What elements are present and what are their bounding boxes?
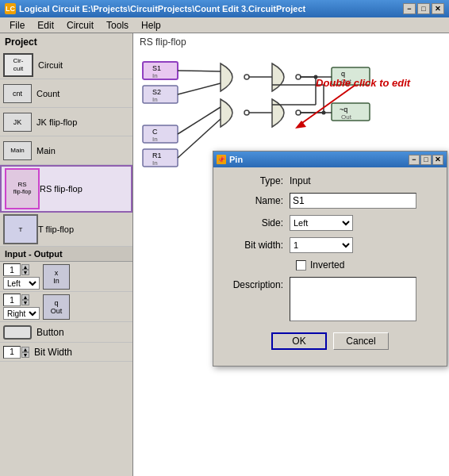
title-text: Logical Circuit E:\Projects\CircuitProje… bbox=[19, 4, 305, 13]
dialog-footer: OK Cancel bbox=[226, 328, 434, 358]
x-in-symbol: xIn bbox=[43, 264, 70, 290]
inverted-row: Inverted bbox=[226, 259, 434, 271]
menu-edit[interactable]: Edit bbox=[31, 18, 60, 33]
main-layout: Project Cir-cuit Circuit cnt Count JK JK… bbox=[0, 33, 449, 476]
svg-text:In: In bbox=[152, 96, 158, 103]
bitwidth-select[interactable]: 1 2 4 8 bbox=[290, 237, 353, 253]
description-row: Description: bbox=[226, 277, 434, 321]
side-select[interactable]: Left Right Top Bottom bbox=[290, 215, 353, 231]
menu-circuit[interactable]: Circuit bbox=[60, 18, 100, 33]
dialog-icon: 📌 bbox=[217, 155, 226, 164]
maximize-button[interactable]: □ bbox=[417, 3, 430, 14]
bitwidth-down[interactable]: ▼ bbox=[21, 352, 29, 358]
bitwidth-spinbox: ▲ ▼ bbox=[3, 346, 29, 359]
x-num-down[interactable]: ▼ bbox=[21, 270, 29, 275]
svg-point-17 bbox=[244, 110, 249, 115]
sidebar-label-circuit: Circuit bbox=[38, 60, 63, 70]
menu-bar: File Edit Circuit Tools Help bbox=[0, 17, 449, 33]
dialog-title-buttons: − □ ✕ bbox=[409, 155, 443, 165]
title-bar: LC Logical Circuit E:\Projects\CircuitPr… bbox=[0, 0, 449, 17]
svg-point-14 bbox=[244, 75, 249, 79]
sidebar-label-count: Count bbox=[36, 89, 59, 98]
chip-main: Main bbox=[3, 141, 32, 160]
minimize-button[interactable]: − bbox=[403, 3, 416, 14]
ok-button[interactable]: OK bbox=[271, 332, 327, 350]
sidebar-item-jk[interactable]: JK JK flip-flop bbox=[0, 108, 132, 136]
menu-help[interactable]: Help bbox=[135, 18, 167, 33]
side-row: Side: Left Right Top Bottom bbox=[226, 215, 434, 231]
svg-text:~q: ~q bbox=[340, 106, 347, 113]
x-num-input[interactable] bbox=[3, 263, 21, 276]
menu-file[interactable]: File bbox=[3, 18, 31, 33]
svg-text:In: In bbox=[152, 136, 158, 143]
type-label: Type: bbox=[226, 175, 290, 186]
dialog-close-button[interactable]: ✕ bbox=[432, 155, 443, 165]
dialog-content: Type: Input Name: Side: Left Right Top B… bbox=[213, 167, 447, 366]
circuit-title: RS flip-flop bbox=[140, 36, 186, 48]
svg-text:In: In bbox=[152, 159, 158, 167]
chip-count: cnt bbox=[3, 84, 32, 103]
dialog-maximize-button[interactable]: □ bbox=[420, 155, 432, 165]
title-bar-buttons: − □ ✕ bbox=[403, 3, 444, 14]
chip-t: T bbox=[3, 214, 38, 244]
svg-text:Out: Out bbox=[341, 113, 352, 121]
sidebar-item-rs[interactable]: RSflip-flop RS flip-flop bbox=[0, 165, 132, 213]
sidebar-item-circuit[interactable]: Cir-cuit Circuit bbox=[0, 51, 132, 79]
name-row: Name: bbox=[226, 193, 434, 209]
type-row: Type: Input bbox=[226, 175, 434, 186]
cancel-button[interactable]: Cancel bbox=[333, 332, 389, 350]
close-button[interactable]: ✕ bbox=[432, 3, 444, 14]
svg-text:R1: R1 bbox=[152, 152, 162, 159]
svg-line-12 bbox=[178, 71, 221, 71]
q-side-select[interactable]: Left Right bbox=[3, 307, 40, 320]
button-symbol bbox=[3, 325, 32, 340]
x-num-up[interactable]: ▲ bbox=[21, 264, 29, 270]
sidebar-item-count[interactable]: cnt Count bbox=[0, 79, 132, 108]
q-num-down[interactable]: ▼ bbox=[21, 300, 29, 305]
spinbox-q-num: ▲ ▼ bbox=[3, 294, 40, 306]
description-textarea[interactable] bbox=[290, 277, 416, 321]
svg-text:In: In bbox=[152, 72, 158, 79]
svg-text:C: C bbox=[152, 128, 158, 136]
menu-tools[interactable]: Tools bbox=[100, 18, 135, 33]
io-item-q: ▲ ▼ Left Right qOut bbox=[0, 292, 132, 322]
bitwidth-up[interactable]: ▲ bbox=[21, 347, 29, 352]
app-icon: LC bbox=[5, 3, 16, 14]
dialog-minimize-button[interactable]: − bbox=[409, 155, 420, 165]
bitwidth-item: ▲ ▼ Bit Width bbox=[0, 343, 132, 362]
io-item-x: ▲ ▼ Left Right xIn bbox=[0, 262, 132, 292]
name-input[interactable] bbox=[290, 193, 416, 209]
sidebar-label-t: T flip-flop bbox=[38, 225, 74, 234]
type-value: Input bbox=[290, 175, 311, 186]
q-num-input[interactable] bbox=[3, 294, 21, 306]
bitwidth-dialog-label: Bit width: bbox=[226, 240, 290, 251]
svg-point-37 bbox=[322, 111, 326, 115]
io-controls-q: ▲ ▼ Left Right bbox=[3, 294, 40, 320]
io-controls-x: ▲ ▼ Left Right bbox=[3, 263, 40, 290]
svg-text:S2: S2 bbox=[152, 88, 161, 96]
q-out-symbol: qOut bbox=[43, 294, 70, 320]
sidebar-item-main[interactable]: Main Main bbox=[0, 136, 132, 165]
svg-text:S1: S1 bbox=[152, 64, 161, 72]
inverted-checkbox[interactable] bbox=[296, 260, 306, 271]
pin-dialog: 📌 Pin − □ ✕ Type: Input Name: bbox=[213, 151, 447, 367]
button-item: Button bbox=[0, 322, 132, 343]
svg-rect-6 bbox=[143, 125, 178, 143]
sidebar-label-main: Main bbox=[36, 146, 56, 155]
annotation-text: Double click to edit bbox=[316, 77, 410, 89]
q-num-up[interactable]: ▲ bbox=[21, 294, 29, 300]
name-label: Name: bbox=[226, 195, 290, 206]
chip-jk: JK bbox=[3, 113, 32, 132]
chip-circuit: Cir-cuit bbox=[3, 53, 33, 77]
sidebar-label-rs: RS flip-flop bbox=[40, 184, 83, 194]
sidebar: Project Cir-cuit Circuit cnt Count JK JK… bbox=[0, 33, 133, 476]
sidebar-item-t[interactable]: T T flip-flop bbox=[0, 213, 132, 247]
sidebar-label-jk: JK flip-flop bbox=[36, 117, 77, 127]
x-side-select[interactable]: Left Right bbox=[3, 277, 40, 290]
inverted-label: Inverted bbox=[310, 259, 344, 271]
bitwidth-row: Bit width: 1 2 4 8 bbox=[226, 237, 434, 253]
description-label: Description: bbox=[226, 277, 290, 290]
bitwidth-input[interactable] bbox=[3, 346, 21, 359]
button-label: Button bbox=[36, 327, 64, 338]
dialog-title-text: Pin bbox=[229, 155, 243, 164]
